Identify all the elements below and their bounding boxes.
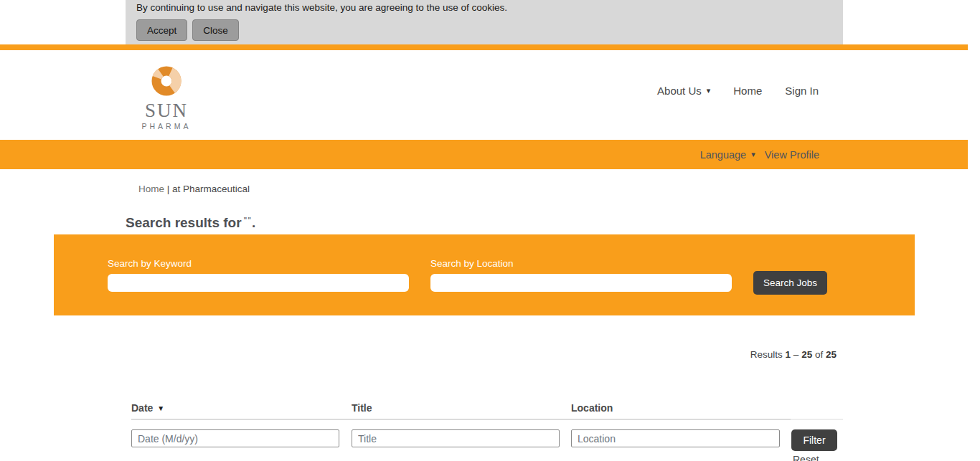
column-header-title[interactable]: Title: [352, 402, 571, 414]
search-jobs-button[interactable]: Search Jobs: [753, 271, 827, 295]
keyword-search-input[interactable]: [108, 274, 409, 292]
sunpharma-swirl-icon: [150, 87, 183, 100]
cookie-message: By continuing to use and navigate this w…: [136, 2, 507, 13]
cookie-buttons: Accept Close: [136, 19, 239, 41]
keyword-search-label: Search by Keyword: [108, 258, 192, 269]
logo-text-pharma: PHARMA: [141, 122, 192, 130]
title-filter-input[interactable]: [352, 429, 560, 447]
results-of: of: [815, 349, 823, 360]
cookie-banner: By continuing to use and navigate this w…: [126, 0, 843, 44]
results-start: 1: [786, 349, 791, 360]
table-header-row: Date ▼ Title Location: [131, 402, 843, 414]
reset-link[interactable]: Reset: [791, 454, 843, 461]
nav-item-sign-in[interactable]: Sign In: [785, 85, 819, 97]
logo-text-sun: SUN: [141, 101, 192, 120]
chevron-down-icon: ▾: [707, 87, 711, 95]
breadcrumb-separator: |: [167, 184, 170, 194]
column-header-location[interactable]: Location: [571, 402, 791, 414]
table-header-divider: [131, 419, 843, 420]
date-column-label: Date: [131, 402, 153, 414]
filter-button[interactable]: Filter: [791, 429, 837, 451]
page-title-query: "": [244, 217, 252, 224]
nav-home-label: Home: [733, 85, 762, 97]
location-search-input[interactable]: [430, 274, 732, 292]
sort-desc-icon: ▼: [157, 404, 164, 412]
date-filter-input[interactable]: [131, 429, 339, 447]
results-label: Results: [750, 349, 783, 360]
results-summary: Results 1 – 25 of 25: [750, 349, 837, 360]
accept-cookies-button[interactable]: Accept: [136, 19, 187, 41]
nav-item-home[interactable]: Home: [733, 85, 762, 97]
site-header: SUN PHARMA About Us ▾ Home Sign In: [0, 50, 968, 140]
results-dash: –: [793, 349, 799, 360]
utility-bar-items: Language ▾ View Profile: [700, 140, 819, 169]
main-nav: About Us ▾ Home Sign In: [657, 85, 819, 97]
view-profile-link[interactable]: View Profile: [765, 149, 819, 161]
results-end: 25: [801, 349, 812, 360]
page: By continuing to use and navigate this w…: [0, 0, 980, 461]
language-dropdown[interactable]: Language ▾: [700, 149, 755, 161]
column-header-date[interactable]: Date ▼: [131, 402, 352, 414]
language-label: Language: [700, 149, 747, 161]
breadcrumb-current: at Pharmaceutical: [172, 184, 250, 194]
sunpharma-logo[interactable]: SUN PHARMA: [141, 65, 192, 130]
utility-bar: Language ▾ View Profile: [0, 140, 968, 169]
table-filter-row: Filter Reset: [131, 429, 843, 461]
chevron-down-icon: ▾: [751, 151, 755, 158]
location-filter-input[interactable]: [571, 429, 780, 447]
breadcrumb: Home | at Pharmaceutical: [138, 184, 250, 194]
location-column-label: Location: [571, 402, 613, 414]
search-panel: Search by Keyword Search by Location Sea…: [54, 234, 915, 315]
location-search-label: Search by Location: [430, 258, 514, 269]
accent-strip: [0, 44, 968, 50]
close-cookies-button[interactable]: Close: [192, 19, 239, 41]
nav-signin-label: Sign In: [785, 85, 819, 97]
nav-item-about-us[interactable]: About Us ▾: [657, 85, 710, 97]
page-title-prefix: Search results for: [126, 215, 242, 230]
title-column-label: Title: [352, 402, 372, 414]
jobs-table: Date ▼ Title Location Filter: [131, 402, 843, 461]
breadcrumb-home-link[interactable]: Home: [138, 184, 164, 194]
nav-about-label: About Us: [657, 85, 702, 97]
page-title: Search results for"".: [126, 215, 255, 231]
view-profile-label: View Profile: [765, 149, 819, 161]
page-title-suffix: .: [252, 215, 255, 230]
results-total: 25: [826, 349, 837, 360]
